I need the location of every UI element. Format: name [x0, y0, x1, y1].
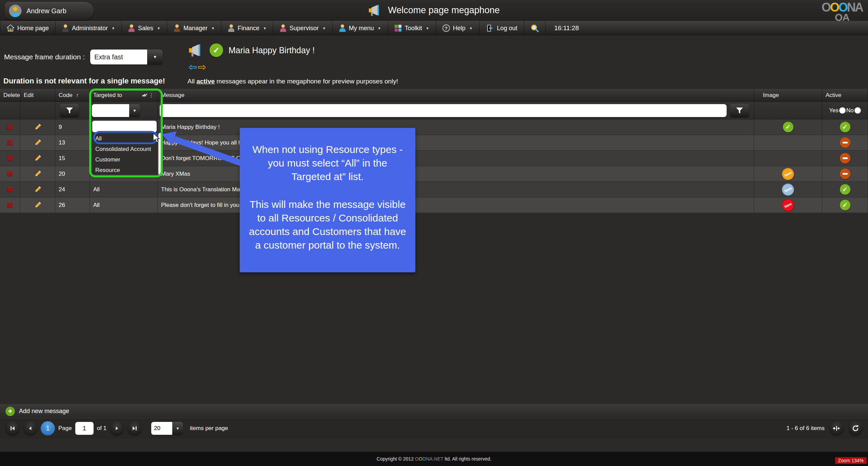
nav-sales[interactable]: Sales ▼ — [122, 21, 167, 35]
delete-icon[interactable]: ✖ — [6, 200, 13, 210]
dropdown-option-consolidated-account[interactable]: Consolidated Account — [92, 144, 158, 154]
items-range-label: 1 - 6 of 6 items — [787, 425, 825, 432]
nav-label: Sales — [138, 25, 153, 32]
edit-pencil-icon[interactable] — [33, 154, 42, 163]
skip-last-icon — [132, 426, 137, 431]
footer-bar: Copyright © 2012 OOONA.NET ltd. All righ… — [0, 452, 868, 466]
nav-administrator[interactable]: Administrator ▼ — [56, 21, 122, 35]
nav-my-menu[interactable]: My menu ▼ — [333, 21, 388, 35]
message-filter-button[interactable] — [730, 104, 749, 117]
double-check-icon[interactable]: ✔✔ — [142, 92, 145, 98]
dropdown-option-all[interactable]: All — [92, 133, 158, 144]
active-filter-yes-radio[interactable] — [839, 107, 846, 114]
active-note-pre: All — [188, 78, 196, 85]
filter-funnel-icon — [66, 107, 73, 114]
active-filter-no-radio[interactable] — [854, 107, 861, 114]
targeted-to-filter-combo[interactable]: ▼ — [92, 104, 140, 117]
dropdown-scrollbar[interactable] — [158, 133, 162, 175]
chevron-down-icon[interactable]: ▼ — [129, 104, 140, 117]
pager-bar: 1 Page of 1 ▼ items per page 1 - 6 of 6 … — [0, 418, 868, 438]
chevron-down-icon: ▼ — [426, 26, 429, 30]
delete-icon[interactable]: ✖ — [6, 185, 13, 194]
active-check-icon: ✓ — [210, 43, 223, 57]
message-filter-input[interactable] — [160, 104, 727, 117]
refresh-button[interactable] — [848, 421, 863, 435]
code-cell: 20 — [59, 171, 65, 177]
column-menu-icon[interactable]: ⋮ — [149, 92, 154, 98]
people-icon — [280, 24, 287, 32]
edit-pencil-icon[interactable] — [33, 169, 42, 179]
table-row[interactable]: ✖ 26 All Please don't forget to fill in … — [0, 197, 868, 213]
first-page-button[interactable] — [5, 421, 20, 435]
page-number-input[interactable] — [75, 422, 94, 435]
nav-supervisor[interactable]: Supervisor ▼ — [273, 21, 333, 35]
chevron-down-icon[interactable]: ▼ — [172, 422, 183, 435]
col-header-code[interactable]: Code↑ — [55, 89, 90, 101]
chevron-down-icon: ▼ — [378, 26, 381, 30]
prev-page-button[interactable] — [23, 421, 37, 435]
dropdown-option-customer[interactable]: Customer — [92, 154, 158, 165]
edit-pencil-icon[interactable] — [33, 122, 42, 132]
search-button[interactable] — [524, 21, 546, 35]
nav-label: Help — [453, 25, 466, 32]
new-image-badge: New — [780, 181, 796, 198]
chevron-down-icon: ▼ — [157, 26, 160, 30]
user-menu[interactable]: Andrew Garb — [5, 2, 94, 20]
targeted-cell: All — [93, 202, 100, 209]
col-header-targeted-to[interactable]: Targeted to ✔✔ ⋮ — [90, 89, 158, 101]
page-size-value[interactable] — [151, 422, 172, 435]
dropdown-option-resource[interactable]: Resource — [92, 165, 158, 175]
nav-help[interactable]: ? Help ▼ — [436, 21, 479, 35]
targeted-to-filter-input[interactable] — [92, 104, 129, 117]
edit-pencil-icon[interactable] — [33, 200, 42, 210]
duration-select[interactable]: Extra fast ▼ — [90, 50, 163, 64]
nav-finance[interactable]: Finance ▼ — [221, 21, 273, 35]
col-header-active[interactable]: Active — [822, 89, 868, 101]
edit-pencil-icon[interactable] — [33, 185, 42, 194]
new-image-badge: New — [780, 197, 796, 213]
active-yes-icon: ✓ — [840, 122, 850, 132]
delete-icon[interactable]: ✖ — [6, 169, 13, 179]
filter-funnel-icon — [736, 107, 743, 114]
table-row[interactable]: ✖ 24 All This is Ooona's Translation Man… — [0, 182, 868, 197]
nav-log-out[interactable]: Log out — [479, 21, 524, 35]
add-message-bar[interactable]: + Add new message — [0, 404, 868, 418]
page-size-select[interactable]: ▼ — [151, 422, 183, 435]
dropdown-blank-option[interactable] — [92, 121, 157, 132]
nav-label: Supervisor — [290, 25, 319, 32]
image-check-icon: ✓ — [783, 122, 793, 132]
col-header-message[interactable]: Message — [158, 89, 754, 101]
grid-header: Delete Edit Code↑ Targeted to ✔✔ ⋮ Messa… — [0, 89, 868, 102]
nav-manager[interactable]: Manager ▼ — [167, 21, 221, 35]
delete-icon[interactable]: ✖ — [6, 138, 13, 148]
brand-logo: OOONA QA — [822, 1, 863, 22]
add-plus-icon[interactable]: + — [5, 407, 15, 416]
nav-label: Toolkit — [405, 25, 422, 32]
sort-asc-icon: ↑ — [76, 92, 79, 98]
people-icon — [128, 24, 135, 32]
next-message-arrow-icon[interactable]: ⇨ — [198, 61, 207, 73]
last-page-button[interactable] — [127, 421, 142, 435]
chevron-down-icon[interactable]: ▼ — [147, 50, 163, 64]
delete-icon[interactable]: ✖ — [6, 154, 13, 163]
prev-message-arrow-icon[interactable]: ⇦ — [189, 61, 198, 73]
col-header-image[interactable]: Image — [754, 89, 822, 101]
nav-label: Finance — [238, 25, 259, 32]
active-no-icon — [840, 137, 850, 148]
edit-pencil-icon[interactable] — [33, 138, 42, 148]
chevron-down-icon: ▼ — [322, 26, 326, 30]
preview-message: Maria Happy Birthday ! — [229, 45, 315, 55]
nav-home-page[interactable]: Home page — [0, 21, 56, 35]
delete-icon[interactable]: ✖ — [6, 122, 13, 132]
next-page-button[interactable] — [110, 421, 124, 435]
nav-toolkit[interactable]: Toolkit ▼ — [388, 21, 436, 35]
person-icon — [339, 24, 346, 32]
prev-icon — [28, 426, 33, 431]
fit-columns-button[interactable] — [829, 421, 844, 435]
active-no-icon — [840, 169, 850, 179]
code-filter-button[interactable] — [60, 104, 79, 117]
help-icon: ? — [442, 24, 450, 32]
logo-letter: O — [822, 0, 830, 14]
active-note-em: active — [196, 78, 215, 85]
current-page-button[interactable]: 1 — [41, 421, 55, 435]
